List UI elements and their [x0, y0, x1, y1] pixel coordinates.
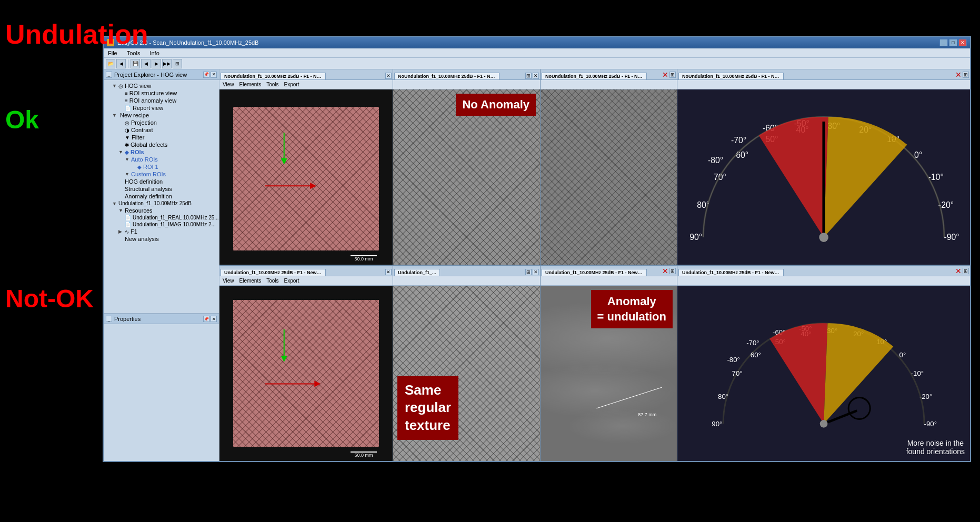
- tree-item-undulation-scan[interactable]: ▼ Undulation_f1_10.00MHz 25dB: [104, 200, 219, 207]
- panel-bottom-gauge-close[interactable]: ✕: [955, 267, 962, 275]
- toolbar-btn3[interactable]: ▶: [152, 59, 161, 68]
- panel-bottom-image-tab[interactable]: Undulation_f1_10.00MHz 25dB - F1 - New a…: [221, 269, 326, 276]
- panel-top-gray-content: No Anomaly: [393, 89, 540, 265]
- panel-bottom-roi-icon[interactable]: ⊞: [669, 268, 676, 274]
- properties-pin[interactable]: 📌: [203, 316, 209, 322]
- panel-bottom-roi-tab[interactable]: Undulation_f1_10.00MHz 25dB - F1 - New a…: [542, 269, 647, 276]
- panel-top-image-tab-right: ✕: [385, 73, 392, 79]
- panel-bottom-roi-content: Anomaly= undulation 87.7 mm: [541, 286, 677, 461]
- tree-item-structural[interactable]: Structural analysis: [104, 185, 219, 193]
- toolbar-export-b[interactable]: Export: [283, 278, 301, 284]
- tree-item-anomaly-def[interactable]: Anomaly definition: [104, 193, 219, 200]
- menu-tools[interactable]: Tools: [125, 49, 143, 57]
- tree-item-f1[interactable]: ▶ ∿ F1: [104, 228, 219, 235]
- tree-item-hog-def[interactable]: HOG definition: [104, 178, 219, 185]
- panel-top-dark: NoUndulation_f1_10.00MHz 25dB - F1 - New…: [541, 69, 677, 265]
- tree-item-hog-view[interactable]: ▼ ◎ HOG view: [104, 82, 219, 89]
- panel-top-gray-tab[interactable]: NoUndulation_f1_10.00MHz 25dB - F1 - New…: [394, 73, 499, 79]
- panel-top-dark-tab[interactable]: NoUndulation_f1_10.00MHz 25dB - F1 - New…: [542, 73, 647, 79]
- panel-bottom-gauge-icon[interactable]: ⊞: [963, 268, 969, 274]
- tree-item-contrast[interactable]: ◑ Contrast: [104, 126, 219, 134]
- panel-top-image-toolbar: View Elements Tools Export: [219, 80, 393, 89]
- tree-item-resources[interactable]: ▼ Resources: [104, 207, 219, 214]
- toolbar-elements-b[interactable]: Elements: [238, 278, 263, 284]
- no-anomaly-label: No Anomaly: [456, 94, 536, 116]
- panel-bottom-gauge: Undulation_f1_10.00MHz 25dB - F1 - New a…: [677, 266, 970, 461]
- tree-icon-f1: ∿: [125, 229, 129, 235]
- tree-label-proj: Projection: [131, 119, 157, 126]
- panel-top-gauge-tab[interactable]: NoUndulation_f1_10.00MHz 25dB - F1 - New…: [678, 73, 784, 79]
- properties-close[interactable]: ✕: [211, 316, 217, 322]
- svg-text:-20°: -20°: [919, 393, 932, 400]
- tree-label-imag: Undulation_f1_IMAG 10.00MHz 2...: [133, 222, 216, 227]
- toolbar-tools[interactable]: Tools: [265, 82, 279, 87]
- tree-icon-global: ✱: [125, 142, 129, 148]
- properties-minimize[interactable]: _: [106, 316, 112, 322]
- panel-bottom-image-close[interactable]: ✕: [385, 269, 392, 275]
- tree-expand-undulation: ▼: [112, 201, 117, 206]
- tree-item-roi-anomaly[interactable]: ≡ ROI anomaly view: [104, 97, 219, 104]
- panel-bottom-image-content: 50.0 mm: [219, 286, 393, 461]
- main-content: _ Project Explorer - HOG view 📌 ✕ ▼ ◎ HO…: [104, 69, 970, 461]
- tree-item-report[interactable]: 📄 Report view: [104, 104, 219, 112]
- panel-bottom-gray-close[interactable]: ✕: [533, 269, 539, 275]
- panel-bottom-gauge-tab[interactable]: Undulation_f1_10.00MHz 25dB - F1 - New a…: [678, 269, 784, 276]
- panel-bottom-gray-tab[interactable]: Undulation_f1_...: [394, 269, 440, 276]
- project-explorer-minimize[interactable]: _: [106, 72, 112, 78]
- minimize-button[interactable]: _: [939, 39, 948, 46]
- panel-top-gray-toolbar: [393, 80, 540, 89]
- panel-bottom-gray-icon[interactable]: ⊞: [525, 269, 532, 275]
- menu-info[interactable]: Info: [147, 49, 161, 57]
- panel-bottom-gray-content: Sameregulartexture: [393, 286, 540, 461]
- toolbar-view[interactable]: View: [222, 82, 235, 87]
- tree-item-global-defects[interactable]: ✱ Global defects: [104, 141, 219, 148]
- toolbar-separator: [128, 59, 128, 68]
- tree-item-roi-structure[interactable]: ≡ ROI structure view: [104, 89, 219, 97]
- panel-bottom-gray: Undulation_f1_... ⊞ ✕ Sa: [393, 266, 541, 461]
- panel-bottom-roi-close[interactable]: ✕: [662, 267, 668, 275]
- tree-item-roi1[interactable]: ◆ ROI 1: [104, 163, 219, 170]
- toolbar-view-b[interactable]: View: [222, 278, 235, 284]
- panel-top-image-tab[interactable]: NoUndulation_f1_10.00MHz 25dB - F1 - New…: [221, 73, 326, 79]
- toolbar-btn1[interactable]: ◀: [116, 59, 126, 68]
- tree-item-filter[interactable]: ▼ Filter: [104, 134, 219, 141]
- panel-top-dark-icon[interactable]: ⊞: [669, 72, 676, 78]
- tree-item-real[interactable]: 📄 Undulation_f1_REAL 10.00MHz 25...: [104, 214, 219, 221]
- fabric-rect-bot: [233, 300, 378, 447]
- toolbar-save[interactable]: 💾: [131, 59, 140, 68]
- close-button[interactable]: ✕: [958, 39, 967, 46]
- panel-top-gray-close[interactable]: ✕: [533, 73, 539, 79]
- tree-item-new-recipe[interactable]: ▼ New recipe: [104, 112, 219, 119]
- svg-text:80°: 80°: [718, 393, 728, 400]
- project-explorer-close[interactable]: ✕: [211, 72, 217, 78]
- same-texture-label: Sameregulartexture: [397, 376, 458, 440]
- panel-top-gray: NoUndulation_f1_10.00MHz 25dB - F1 - New…: [393, 69, 541, 265]
- menu-bar: File Tools Info: [104, 48, 970, 58]
- project-explorer-pin[interactable]: 📌: [203, 72, 209, 78]
- tree-item-projection[interactable]: ◎ Projection: [104, 119, 219, 126]
- panel-top-gauge-close[interactable]: ✕: [955, 71, 962, 79]
- tree-item-rois[interactable]: ▼ ◆ ROIs: [104, 148, 219, 156]
- toolbar-btn5[interactable]: ⊞: [173, 59, 182, 68]
- toolbar-btn4[interactable]: ▶▶: [162, 59, 172, 68]
- project-explorer-header-left: _ Project Explorer - HOG view: [106, 72, 187, 78]
- restore-button[interactable]: □: [949, 39, 957, 46]
- gray-fabric-wrapper-bot: Sameregulartexture: [393, 286, 540, 461]
- tree-icon-roi1: ◆: [137, 164, 142, 170]
- scale-label-bot: 50.0 mm: [354, 453, 373, 458]
- tree-item-imag[interactable]: 📄 Undulation_f1_IMAG 10.00MHz 2...: [104, 221, 219, 228]
- panel-top-image-close[interactable]: ✕: [385, 73, 392, 79]
- toolbar-elements[interactable]: Elements: [238, 82, 263, 87]
- toolbar-btn2[interactable]: ◀: [141, 59, 151, 68]
- tree-item-new-analysis[interactable]: New analysis: [104, 235, 219, 243]
- pink-fabric-wrapper-top: 50.0 mm: [219, 89, 393, 265]
- toolbar-export[interactable]: Export: [283, 82, 301, 87]
- toolbar-tools-b[interactable]: Tools: [265, 278, 279, 284]
- menu-file[interactable]: File: [106, 49, 119, 57]
- tree-item-auto-rois[interactable]: ▼ Auto ROIs: [104, 156, 219, 163]
- panel-top-dark-close[interactable]: ✕: [662, 71, 668, 79]
- toolbar-open[interactable]: 📂: [106, 59, 115, 68]
- tree-item-custom-rois[interactable]: ▼ Custom ROIs: [104, 170, 219, 178]
- panel-top-gray-icon[interactable]: ⊞: [525, 73, 532, 79]
- panel-top-gauge-icon[interactable]: ⊞: [963, 72, 969, 78]
